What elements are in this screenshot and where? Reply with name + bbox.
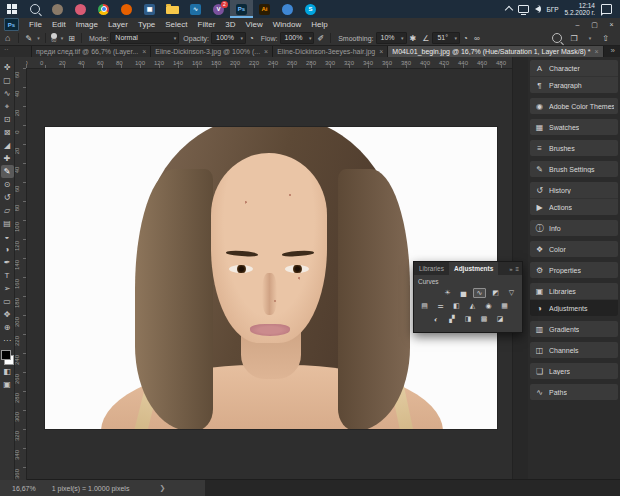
taskbar-icon-krita[interactable] [69, 0, 92, 18]
chevron-down-icon[interactable]: ▾ [587, 35, 594, 41]
eraser-tool[interactable]: ▱ [1, 204, 14, 217]
taskbar-icon-search[interactable] [23, 0, 46, 18]
taskbar-icon-firefox[interactable] [115, 0, 138, 18]
close-icon[interactable]: × [379, 48, 383, 55]
history-brush-tool[interactable]: ↺ [1, 191, 14, 204]
taskbar-icon-illustrator[interactable]: Ai [253, 0, 276, 18]
panel-tab-info[interactable]: ⓘInfo [530, 220, 618, 236]
adjustment-color-balance[interactable]: ⚌ [434, 301, 447, 311]
panel-tab-paths[interactable]: ∿Paths [530, 384, 618, 400]
dodge-tool[interactable]: ◑ [1, 243, 14, 256]
tray-chevron-up-icon[interactable] [505, 6, 513, 14]
menu-help[interactable]: Help [306, 20, 332, 29]
brush-tool-icon[interactable]: ✎ [22, 34, 35, 43]
status-chevron-icon[interactable]: ❯ [159, 484, 165, 492]
edit-toolbar[interactable]: ⋯ [1, 334, 14, 347]
brush-panel-toggle-icon[interactable]: ⊞ [65, 34, 78, 43]
rectangular-marquee-tool[interactable]: ▢ [1, 74, 14, 87]
menu-file[interactable]: File [24, 20, 47, 29]
frame-tool[interactable]: ⊠ [1, 126, 14, 139]
quick-mask-button[interactable]: ◧ [1, 365, 14, 378]
adjustment-brightness-contrast[interactable]: ☀ [441, 288, 454, 298]
taskbar-icon-viber[interactable]: V2 [207, 0, 230, 18]
zoom-level-field[interactable]: 16,67% [12, 485, 36, 492]
panel-tab-history[interactable]: ↺History [530, 182, 618, 199]
panel-tab-actions[interactable]: ▶Actions [530, 199, 618, 215]
opacity-select[interactable]: 100% [211, 32, 246, 44]
foreground-color-swatch[interactable] [1, 350, 11, 360]
close-icon[interactable]: × [142, 48, 146, 55]
panel-tab-channels[interactable]: ◫Channels [530, 342, 618, 358]
gradient-tool[interactable]: ▤ [1, 217, 14, 230]
menu-edit[interactable]: Edit [47, 20, 71, 29]
adjustment-posterize[interactable]: ▞ [446, 314, 459, 324]
close-icon[interactable]: × [595, 48, 599, 55]
restore-button[interactable]: ▢ [586, 18, 603, 31]
spot-healing-brush-tool[interactable]: ✚ [1, 152, 14, 165]
panel-tab-layers[interactable]: ❏Layers [530, 363, 618, 379]
blur-tool[interactable]: ◒ [1, 230, 14, 243]
minimize-button[interactable]: – [569, 18, 586, 31]
shape-tool[interactable]: ▭ [1, 295, 14, 308]
brush-tool[interactable]: ✎ [1, 165, 14, 178]
taskbar-icon-photoshop-express[interactable]: ∿ [184, 0, 207, 18]
floating-tab-adjustments[interactable]: Adjustments [449, 262, 498, 275]
flow-select[interactable]: 100% [280, 32, 315, 44]
clone-stamp-tool[interactable]: ⊙ [1, 178, 14, 191]
adjustment-exposure[interactable]: ◩ [489, 288, 502, 298]
path-selection-tool[interactable]: ➢ [1, 282, 14, 295]
adjustment-curves[interactable]: ∿ [473, 288, 486, 298]
zoom-tool[interactable]: ⊕ [1, 321, 14, 334]
panel-tab-adjustments[interactable]: ◑Adjustments [530, 300, 618, 316]
menu-image[interactable]: Image [71, 20, 103, 29]
panel-tab-color[interactable]: ❖Color [530, 241, 618, 257]
adjustment-channel-mixer[interactable]: ◉ [482, 301, 495, 311]
tab-overflow-icon[interactable]: » [606, 45, 620, 57]
panel-tab-paragraph[interactable]: ¶Paragraph [530, 77, 618, 93]
adjustment-photo-filter[interactable]: ◭ [466, 301, 479, 311]
adjustment-threshold[interactable]: ◨ [462, 314, 475, 324]
opacity-pressure-icon[interactable]: ◔ [246, 34, 257, 43]
network-icon[interactable] [518, 5, 529, 13]
menu-select[interactable]: Select [160, 20, 192, 29]
smoothing-gear-icon[interactable]: ✱ [407, 34, 420, 43]
eyedropper-tool[interactable]: ◢ [1, 139, 14, 152]
adjustment-invert[interactable]: ◐ [430, 314, 443, 324]
type-tool[interactable]: T [1, 269, 14, 282]
pen-tool[interactable]: ✒ [1, 256, 14, 269]
brush-angle-value[interactable]: 51° [432, 32, 460, 44]
adjustment-gradient-map[interactable]: ▩ [478, 314, 491, 324]
close-button[interactable]: × [603, 18, 620, 31]
panel-tab-adobe-color-themes[interactable]: ◉Adobe Color Themes [530, 98, 618, 114]
panel-tab-brush-settings[interactable]: ✎Brush Settings [530, 161, 618, 177]
floating-tab-libraries[interactable]: Libraries [414, 262, 449, 275]
taskbar-clock[interactable]: 12:14 5.2.2020 г. [565, 2, 596, 17]
document-tab-3[interactable]: Eline-Dickinson-3eeyes-hair.jpg× [273, 45, 388, 57]
tool-dock-collapse[interactable]: ·· [0, 45, 32, 57]
adjustment-color-lookup[interactable]: ▦ [498, 301, 511, 311]
panel-tab-swatches[interactable]: ▦Swatches [530, 119, 618, 135]
volume-icon[interactable] [535, 6, 540, 12]
adjustment-levels[interactable]: ▅ [457, 288, 470, 298]
language-indicator[interactable]: БГР [546, 6, 558, 13]
size-pressure-icon[interactable]: ◔ [460, 34, 471, 43]
adjustment-vibrance[interactable]: ▽ [505, 288, 518, 298]
object-selection-tool[interactable]: ⌖ [1, 100, 14, 113]
taskbar-icon-start[interactable] [0, 0, 23, 18]
taskbar-icon-skype[interactable]: S [299, 0, 322, 18]
menu-view[interactable]: View [241, 20, 268, 29]
airbrush-icon[interactable]: ✐ [314, 34, 327, 43]
mode-select[interactable]: Normal [110, 32, 179, 44]
menu-layer[interactable]: Layer [103, 20, 133, 29]
document-tab-1[interactable]: преди след.tif @ 66,7% (Layer...× [32, 45, 151, 57]
taskbar-icon-photoshop[interactable]: Ps [230, 0, 253, 18]
share-icon[interactable]: ⇧ [599, 34, 612, 43]
adjustment-hue-saturation[interactable]: ▤ [418, 301, 431, 311]
search-icon[interactable] [552, 33, 562, 43]
panel-tab-properties[interactable]: ⚙Properties [530, 262, 618, 278]
notifications-icon[interactable] [601, 4, 612, 14]
hand-tool[interactable]: ✥ [1, 308, 14, 321]
color-swatches[interactable] [1, 350, 14, 365]
document-tab-4[interactable]: M04L01_begin.jpg @ 16,7% (Hue/Saturation… [388, 45, 603, 57]
panel-tab-brushes[interactable]: ≡Brushes [530, 140, 618, 156]
